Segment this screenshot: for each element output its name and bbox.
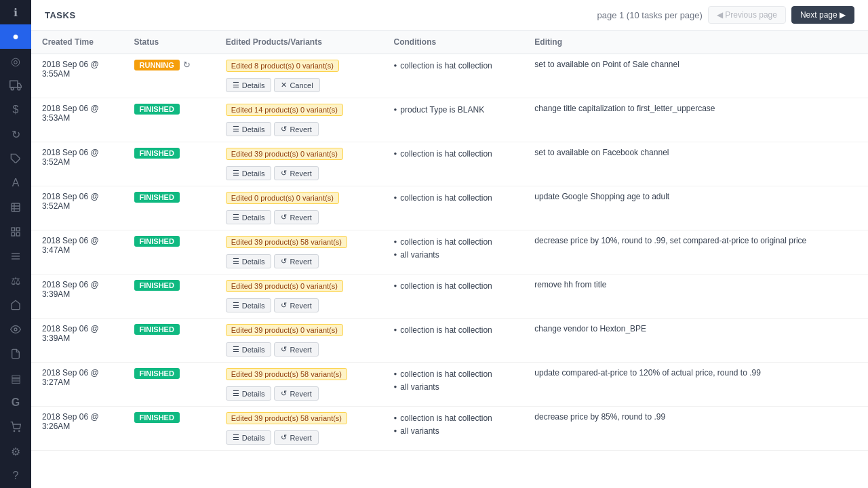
g-icon[interactable]: G (0, 390, 31, 415)
pagination-text: page 1 (10 tasks per page) (597, 10, 703, 20)
svg-point-12 (14, 328, 17, 331)
svg-rect-4 (12, 203, 20, 211)
cell-conditions: product Type is BLANK (383, 98, 524, 142)
cell-edited: Edited 8 product(s) 0 variant(s)☰ Detail… (215, 54, 383, 98)
table-row: 2018 Sep 06 @ 3:55AMRUNNING↻Edited 8 pro… (31, 54, 868, 98)
cell-editing: decrease price by 85%, round to .99 (524, 407, 868, 451)
pagination-info: page 1 (10 tasks per page) ◀ Previous pa… (597, 6, 855, 24)
details-button[interactable]: ☰ Details (226, 166, 272, 180)
info-icon[interactable]: ℹ (0, 0, 31, 24)
home-icon[interactable]: ● (0, 24, 31, 49)
col-editing: Editing (524, 30, 868, 54)
next-page-button[interactable]: Next page ▶ (791, 6, 854, 24)
truck-icon[interactable] (0, 73, 31, 98)
table-row: 2018 Sep 06 @ 3:47AMFINISHEDEdited 39 pr… (31, 230, 868, 274)
svg-point-1 (11, 87, 14, 90)
cart-icon[interactable] (0, 415, 31, 439)
details-button[interactable]: ☰ Details (226, 78, 272, 92)
condition-item: collection is hat collection (394, 236, 513, 249)
condition-item: all variants (394, 249, 513, 262)
cell-conditions: collection is hat collection (383, 319, 524, 363)
sidebar: ℹ ● ◎ $ ↻ A ⚖ ▤ G ⚙ ? (0, 0, 31, 488)
status-badge: FINISHED (134, 192, 180, 203)
edited-badge: Edited 39 product(s) 58 variant(s) (226, 412, 347, 424)
cell-time: 2018 Sep 06 @ 3:39AM (31, 274, 123, 319)
refresh-icon[interactable]: ↻ (0, 122, 31, 146)
revert-icon: ↺ (281, 301, 287, 310)
grid-icon[interactable] (0, 220, 31, 244)
cell-time: 2018 Sep 06 @ 3:26AM (31, 407, 123, 451)
details-button[interactable]: ☰ Details (226, 430, 272, 445)
details-button[interactable]: ☰ Details (226, 210, 272, 224)
cell-edited: Edited 39 product(s) 58 variant(s)☰ Deta… (215, 407, 383, 451)
cell-editing: remove hh from title (524, 274, 868, 319)
cell-edited: Edited 39 product(s) 58 variant(s)☰ Deta… (215, 230, 383, 274)
cancel-button[interactable]: ✕ Cancel (274, 78, 319, 92)
svg-rect-6 (16, 228, 20, 231)
revert-button[interactable]: ↺ Revert (274, 386, 318, 401)
tasks-table-container: Created Time Status Edited Products/Vari… (31, 30, 868, 488)
table-icon[interactable] (0, 195, 31, 220)
cell-editing: decrease price by 10%, round to .99, set… (524, 230, 868, 274)
cell-edited: Edited 0 product(s) 0 variant(s)☰ Detail… (215, 186, 383, 230)
details-button[interactable]: ☰ Details (226, 386, 272, 401)
revert-button[interactable]: ↺ Revert (274, 122, 318, 136)
svg-point-14 (19, 430, 20, 431)
font-icon[interactable]: A (0, 171, 31, 195)
details-icon: ☰ (233, 433, 239, 442)
revert-button[interactable]: ↺ Revert (274, 342, 318, 357)
edited-badge: Edited 39 product(s) 0 variant(s) (226, 148, 343, 160)
revert-button[interactable]: ↺ Revert (274, 210, 318, 224)
details-button[interactable]: ☰ Details (226, 254, 272, 268)
condition-item: collection is hat collection (394, 60, 513, 73)
dollar-icon[interactable]: $ (0, 98, 31, 122)
list-icon[interactable] (0, 244, 31, 268)
status-badge: RUNNING (134, 60, 180, 70)
cell-status: FINISHED (123, 274, 215, 319)
cell-status: RUNNING↻ (123, 54, 215, 98)
details-icon: ☰ (233, 125, 239, 134)
scale-icon[interactable]: ⚖ (0, 268, 31, 293)
cell-status: FINISHED (123, 363, 215, 407)
cell-time: 2018 Sep 06 @ 3:53AM (31, 98, 123, 142)
details-icon: ☰ (233, 257, 239, 266)
condition-item: collection is hat collection (394, 192, 513, 205)
revert-icon: ↺ (281, 433, 287, 442)
cell-status: FINISHED (123, 319, 215, 363)
svg-point-2 (18, 87, 20, 90)
revert-button[interactable]: ↺ Revert (274, 430, 318, 445)
cell-edited: Edited 39 product(s) 58 variant(s)☰ Deta… (215, 363, 383, 407)
eye-icon[interactable] (0, 317, 31, 342)
col-conditions: Conditions (383, 30, 524, 54)
rows-icon[interactable]: ▤ (0, 366, 31, 390)
nav-icon1[interactable] (0, 293, 31, 317)
details-button[interactable]: ☰ Details (226, 122, 272, 136)
circle-icon[interactable]: ◎ (0, 49, 31, 73)
revert-button[interactable]: ↺ Revert (274, 166, 318, 180)
cell-status: FINISHED (123, 230, 215, 274)
cell-conditions: collection is hat collectionall variants (383, 230, 524, 274)
edited-badge: Edited 39 product(s) 58 variant(s) (226, 236, 347, 248)
status-badge: FINISHED (134, 280, 180, 291)
help-icon[interactable]: ? (0, 464, 31, 488)
details-icon: ☰ (233, 169, 239, 178)
puzzle-icon[interactable]: ⚙ (0, 439, 31, 464)
doc-icon[interactable] (0, 342, 31, 366)
revert-button[interactable]: ↺ Revert (274, 298, 318, 312)
condition-item: collection is hat collection (394, 324, 513, 337)
tag-icon[interactable] (0, 146, 31, 171)
revert-button[interactable]: ↺ Revert (274, 254, 318, 268)
svg-rect-8 (16, 232, 20, 236)
col-edited: Edited Products/Variants (215, 30, 383, 54)
details-button[interactable]: ☰ Details (226, 298, 272, 312)
spinner-icon: ↻ (183, 60, 191, 70)
revert-icon: ↺ (281, 257, 287, 266)
details-button[interactable]: ☰ Details (226, 342, 272, 357)
cell-status: FINISHED (123, 186, 215, 230)
cell-edited: Edited 39 product(s) 0 variant(s)☰ Detai… (215, 319, 383, 363)
table-row: 2018 Sep 06 @ 3:52AMFINISHEDEdited 0 pro… (31, 186, 868, 230)
prev-page-button[interactable]: ◀ Previous page (708, 6, 786, 24)
cell-editing: change vendor to Hexton_BPE (524, 319, 868, 363)
table-row: 2018 Sep 06 @ 3:27AMFINISHEDEdited 39 pr… (31, 363, 868, 407)
cell-time: 2018 Sep 06 @ 3:52AM (31, 186, 123, 230)
